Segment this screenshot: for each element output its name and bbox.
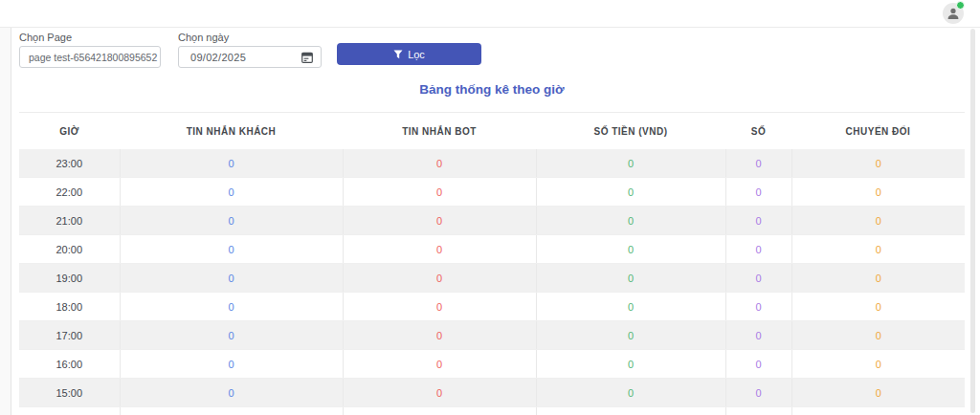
table-row: 21:0000000 (19, 207, 965, 235)
filter-button[interactable]: Lọc (337, 43, 481, 65)
value-cell-chuyendoi: 0 (791, 321, 965, 350)
hour-cell: 21:00 (19, 207, 120, 235)
hour-cell: 15:00 (19, 379, 120, 407)
hour-cell: 18:00 (19, 293, 120, 321)
table-row: 14:0000000 (19, 407, 965, 415)
value-cell-tien: 0 (536, 264, 725, 293)
value-cell-chuyendoi: 0 (791, 350, 965, 379)
online-status-dot (956, 1, 965, 10)
stats-table: GIỜTIN NHẮN KHÁCHTIN NHẮN BOTSỐ TIỀN (VN… (19, 112, 965, 415)
value-cell-bot: 0 (343, 235, 536, 264)
table-header: GIỜTIN NHẮN KHÁCHTIN NHẮN BOTSỐ TIỀN (VN… (19, 113, 965, 150)
value-cell-so: 0 (725, 350, 791, 379)
hour-cell: 20:00 (19, 235, 120, 264)
value-cell-khach: 0 (120, 407, 343, 415)
column-header-gio: GIỜ (19, 113, 120, 150)
filter-icon (393, 50, 403, 59)
value-cell-chuyendoi: 0 (791, 178, 965, 207)
value-cell-chuyendoi: 0 (791, 235, 965, 264)
hour-cell: 16:00 (19, 350, 120, 379)
value-cell-bot: 0 (343, 407, 536, 415)
table-row: 23:0000000 (19, 149, 965, 178)
value-cell-bot: 0 (343, 350, 536, 379)
value-cell-khach: 0 (120, 207, 343, 235)
hour-cell: 14:00 (19, 407, 120, 415)
page-title: Bảng thống kê theo giờ (19, 82, 965, 97)
value-cell-bot: 0 (343, 207, 536, 235)
value-cell-bot: 0 (343, 379, 536, 407)
value-cell-so: 0 (725, 235, 791, 264)
value-cell-so: 0 (725, 379, 791, 407)
page-select-value: page test-656421800895652 (29, 52, 157, 63)
value-cell-tien: 0 (536, 178, 725, 207)
value-cell-khach: 0 (120, 178, 343, 207)
value-cell-tien: 0 (536, 293, 725, 321)
calendar-icon (301, 52, 313, 63)
user-avatar[interactable] (943, 3, 964, 24)
value-cell-khach: 0 (120, 235, 343, 264)
table-row: 15:0000000 (19, 379, 965, 407)
column-header-tien: SỐ TIỀN (VND) (536, 113, 725, 150)
hour-cell: 22:00 (19, 178, 120, 207)
value-cell-so: 0 (725, 178, 791, 207)
value-cell-khach: 0 (120, 350, 343, 379)
table-row: 22:0000000 (19, 178, 965, 207)
table-row: 18:0000000 (19, 293, 965, 321)
value-cell-bot: 0 (343, 149, 536, 178)
value-cell-chuyendoi: 0 (791, 379, 965, 407)
value-cell-so: 0 (725, 293, 791, 321)
top-bar (0, 0, 980, 28)
value-cell-bot: 0 (343, 321, 536, 350)
value-cell-bot: 0 (343, 178, 536, 207)
page-select[interactable]: page test-656421800895652 (19, 46, 161, 68)
hour-cell: 23:00 (19, 149, 120, 178)
value-cell-khach: 0 (120, 379, 343, 407)
value-cell-tien: 0 (536, 350, 725, 379)
date-input[interactable]: 09/02/2025 (178, 46, 322, 68)
value-cell-tien: 0 (536, 149, 725, 178)
value-cell-so: 0 (725, 321, 791, 350)
column-header-bot: TIN NHẮN BOT (343, 113, 536, 150)
value-cell-tien: 0 (536, 321, 725, 350)
table-body: 23:000000022:000000021:000000020:0000000… (19, 149, 965, 415)
hour-cell: 17:00 (19, 321, 120, 350)
date-input-value: 09/02/2025 (190, 52, 246, 63)
value-cell-khach: 0 (120, 293, 343, 321)
table-row: 19:0000000 (19, 264, 965, 293)
value-cell-tien: 0 (536, 379, 725, 407)
table-row: 17:0000000 (19, 321, 965, 350)
value-cell-tien: 0 (536, 235, 725, 264)
value-cell-chuyendoi: 0 (791, 407, 965, 415)
value-cell-so: 0 (725, 264, 791, 293)
column-header-khach: TIN NHẮN KHÁCH (120, 113, 343, 150)
hour-cell: 19:00 (19, 264, 120, 293)
column-header-so: SỐ (725, 113, 791, 150)
vertical-scrollbar[interactable] (970, 29, 975, 413)
value-cell-chuyendoi: 0 (791, 149, 965, 178)
value-cell-khach: 0 (120, 264, 343, 293)
date-input-label: Chọn ngày (178, 32, 229, 43)
value-cell-so: 0 (725, 149, 791, 178)
left-gutter (0, 27, 11, 415)
page: Chọn Page page test-656421800895652 Chọn… (0, 0, 980, 415)
value-cell-chuyendoi: 0 (791, 207, 965, 235)
value-cell-chuyendoi: 0 (791, 293, 965, 321)
column-header-chuyendoi: CHUYỂN ĐỔI (791, 113, 965, 150)
page-select-label: Chọn Page (19, 32, 72, 43)
value-cell-so: 0 (725, 407, 791, 415)
value-cell-bot: 0 (343, 293, 536, 321)
filter-button-label: Lọc (408, 49, 425, 60)
value-cell-chuyendoi: 0 (791, 264, 965, 293)
table-row: 20:0000000 (19, 235, 965, 264)
value-cell-tien: 0 (536, 407, 725, 415)
value-cell-bot: 0 (343, 264, 536, 293)
value-cell-khach: 0 (120, 149, 343, 178)
value-cell-tien: 0 (536, 207, 725, 235)
table-row: 16:0000000 (19, 350, 965, 379)
value-cell-khach: 0 (120, 321, 343, 350)
value-cell-so: 0 (725, 207, 791, 235)
